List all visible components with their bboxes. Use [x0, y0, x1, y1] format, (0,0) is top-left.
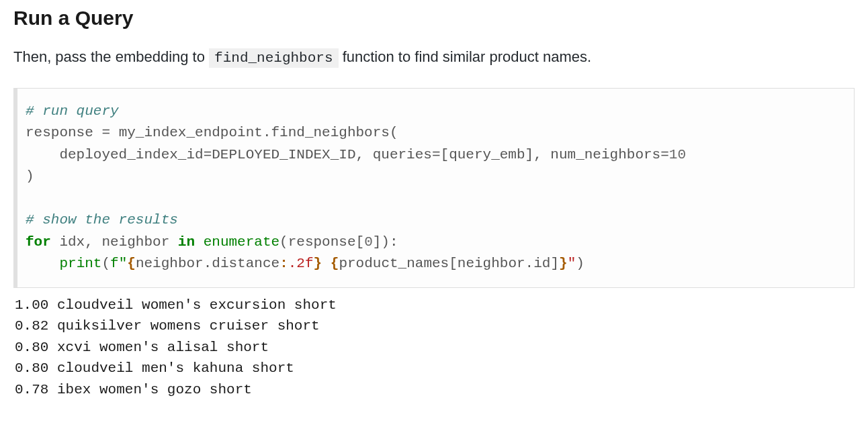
- code-token: =: [101, 125, 110, 140]
- code-number: 0: [364, 234, 373, 250]
- code-string-interp: }: [314, 256, 322, 271]
- code-number: 10: [669, 147, 686, 162]
- code-keyword: in: [178, 234, 195, 250]
- code-builtin: print: [59, 256, 101, 271]
- code-token: .: [263, 125, 271, 140]
- code-token: =: [432, 147, 441, 162]
- code-token: response: [26, 125, 101, 140]
- code-token: (: [101, 256, 110, 271]
- code-token: neighbor.distance: [136, 256, 279, 271]
- description-prefix: Then, pass the embedding to: [13, 48, 209, 65]
- code-token: ): [576, 256, 584, 271]
- code-string: .2f: [288, 256, 314, 271]
- code-token: idx, neighbor: [51, 234, 178, 250]
- code-string-interp: {: [127, 256, 136, 271]
- code-string-interp: {: [331, 256, 339, 271]
- section-heading: Run a Query: [13, 7, 855, 30]
- description-text: Then, pass the embedding to find_neighbo…: [13, 46, 855, 69]
- code-block: # run query response = my_index_endpoint…: [13, 88, 855, 288]
- code-token: find_neighbors(: [271, 125, 398, 140]
- inline-code-fn: find_neighbors: [209, 48, 338, 68]
- code-keyword: for: [26, 234, 51, 250]
- code-token: ): [26, 168, 34, 184]
- code-string-interp: }: [559, 256, 568, 271]
- code-string: [322, 256, 331, 271]
- code-string-interp: :: [279, 256, 288, 271]
- code-token: [26, 256, 59, 271]
- code-token: DEPLOYED_INDEX_ID, queries: [212, 147, 432, 162]
- code-token: my_index_endpoint: [110, 125, 263, 140]
- code-token: product_names[neighbor.id]: [339, 256, 559, 271]
- code-token: =: [660, 147, 669, 162]
- code-string-prefix: f": [110, 256, 127, 271]
- description-suffix: function to find similar product names.: [339, 48, 592, 65]
- code-comment: # run query: [26, 103, 119, 119]
- code-token: =: [204, 147, 212, 162]
- code-token: deployed_index_id: [26, 147, 204, 162]
- code-token: [195, 234, 204, 250]
- code-builtin: enumerate: [204, 234, 279, 250]
- code-token: [query_emb], num_neighbors: [441, 147, 661, 162]
- code-comment: # show the results: [26, 212, 178, 228]
- code-token: (response[: [279, 234, 364, 250]
- output-block: 1.00 cloudveil women's excursion short 0…: [13, 295, 855, 401]
- code-string: ": [568, 256, 576, 271]
- code-token: ]):: [373, 234, 398, 250]
